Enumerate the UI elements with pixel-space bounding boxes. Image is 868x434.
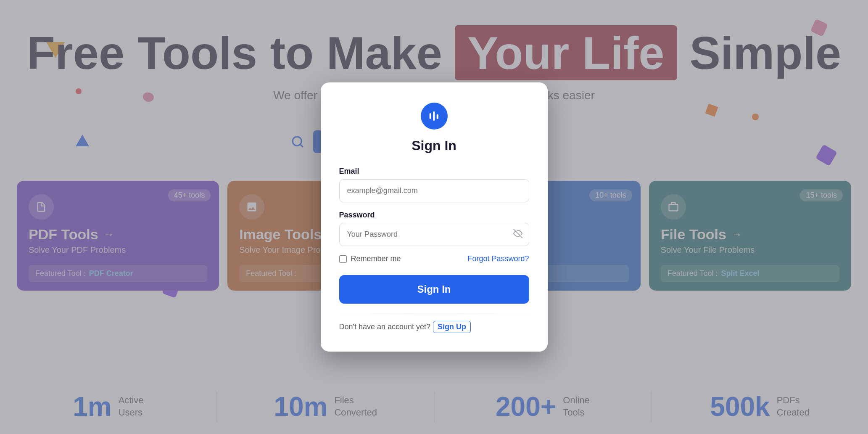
password-toggle-icon[interactable] <box>513 229 522 241</box>
remember-checkbox[interactable] <box>339 255 347 263</box>
signup-link[interactable]: Sign Up <box>433 321 471 333</box>
modal-title: Sign In <box>412 138 456 153</box>
password-wrapper <box>339 223 529 246</box>
modal-backdrop: Sign In Email Password <box>0 0 868 434</box>
remember-forgot-row: Remember me Forgot Password? <box>339 254 529 263</box>
password-label: Password <box>339 211 529 220</box>
signup-prompt: Don't have an account yet? <box>339 323 431 331</box>
svg-rect-2 <box>429 113 431 119</box>
modal-divider <box>339 314 529 314</box>
svg-rect-4 <box>436 114 438 119</box>
modal-logo <box>421 103 448 130</box>
signin-form: Email Password Remember me <box>339 167 529 333</box>
svg-rect-3 <box>433 111 435 121</box>
forgot-password-link[interactable]: Forgot Password? <box>467 254 529 263</box>
email-label: Email <box>339 167 529 176</box>
remember-label[interactable]: Remember me <box>339 254 401 263</box>
remember-text: Remember me <box>351 254 401 263</box>
signin-button[interactable]: Sign In <box>339 275 529 304</box>
signin-modal: Sign In Email Password <box>321 82 548 352</box>
signup-row: Don't have an account yet? Sign Up <box>339 321 529 333</box>
password-input[interactable] <box>339 223 529 246</box>
email-input[interactable] <box>339 179 529 202</box>
